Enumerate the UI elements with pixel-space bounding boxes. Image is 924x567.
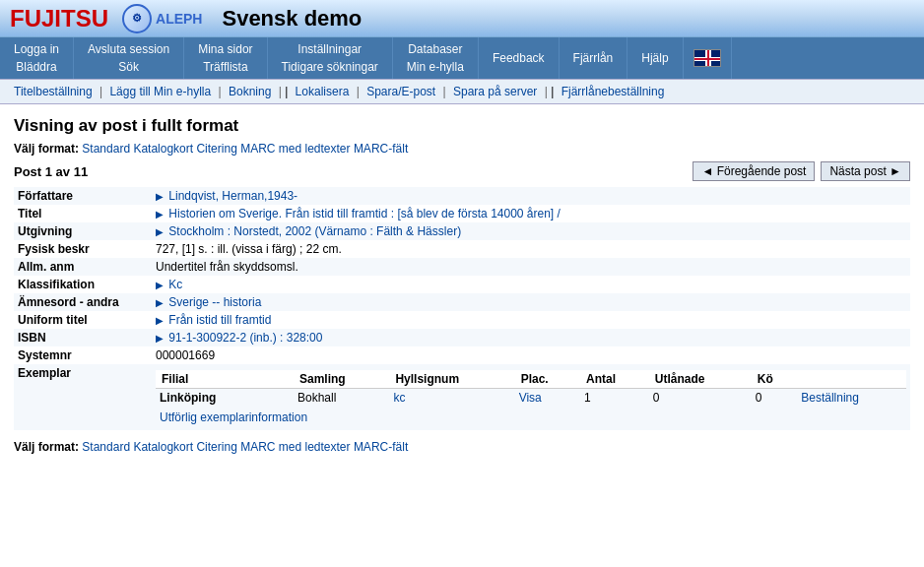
nav-section-flag <box>684 37 732 79</box>
nav-section-interloan: Fjärrlån <box>560 37 628 79</box>
col-utlanade: Utlånade <box>649 370 752 389</box>
field-value-uniform: ▶ Från istid till framtid <box>152 311 910 329</box>
format-standard-top[interactable]: Standard <box>82 142 130 156</box>
bestallning-link[interactable]: Beställning <box>801 391 859 405</box>
sep3: | <box>279 85 282 98</box>
format-cite-top[interactable]: Citering <box>196 142 236 156</box>
field-value-klassifikation: ▶ Kc <box>152 276 910 293</box>
table-row-exemplar: Exemplar Filial Samling Hyllsignum Plac.… <box>14 364 910 430</box>
field-value-titel: ▶ Historien om Sverige. Från istid till … <box>152 205 910 222</box>
format-marc-falt-top[interactable]: MARC-fält <box>354 142 408 156</box>
toolbar-localize[interactable]: Lokalisera <box>296 85 350 98</box>
field-value-systemnr: 000001669 <box>152 346 910 364</box>
table-row: Ämnesord - andra ▶ Sverige -- historia <box>14 293 910 311</box>
fujitsu-logo: FUJITSU <box>10 5 108 32</box>
toolbar-title-order[interactable]: Titelbeställning <box>14 85 93 98</box>
nav-previous-searches[interactable]: Tidigare sökningar <box>282 58 378 76</box>
hyllsignum-link[interactable]: kc <box>393 391 405 405</box>
format-label-bottom: Välj format: <box>14 440 79 454</box>
field-value-utgivning: ▶ Stockholm : Norstedt, 2002 (Värnamo : … <box>152 222 910 240</box>
exemplar-filial: Linköping <box>156 389 294 408</box>
col-bestallning <box>797 370 906 389</box>
exemplar-detail-link[interactable]: Utförlig exemplarinformation <box>160 410 307 424</box>
uniform-link[interactable]: Från istid till framtid <box>168 313 271 327</box>
toolbar-save-server[interactable]: Spara på server <box>453 85 537 98</box>
toolbar-save-email[interactable]: Spara/E-post <box>366 85 435 98</box>
exemplar-content: Filial Samling Hyllsignum Plac. Antal Ut… <box>152 364 910 430</box>
format-catalog-top[interactable]: Katalogkort <box>133 142 193 156</box>
nav-section-login: Logga in Bläddra <box>0 37 74 79</box>
table-row: Klassifikation ▶ Kc <box>14 276 910 293</box>
nav-login[interactable]: Logga in <box>14 40 59 58</box>
exemplar-bestallning: Beställning <box>797 389 906 408</box>
format-line-top: Välj format: Standard Katalogkort Citeri… <box>14 142 910 156</box>
toolbar-add-eshelf[interactable]: Lägg till Min e-hylla <box>109 85 211 98</box>
table-row: Fysisk beskr 727, [1] s. : ill. (vissa i… <box>14 240 910 258</box>
forfattare-link[interactable]: Lindqvist, Herman,1943- <box>168 189 297 203</box>
sep4: | <box>285 85 288 98</box>
exemplar-data-row: Linköping Bokhall kc Visa 1 0 0 Beställn… <box>156 389 906 408</box>
table-row: Systemnr 000001669 <box>14 346 910 364</box>
field-value-amnesord: ▶ Sverige -- historia <box>152 293 910 311</box>
logo-area: FUJITSU ⚙ ALEPH <box>10 4 222 33</box>
content: Visning av post i fullt format Välj form… <box>0 104 924 468</box>
exemplar-ko: 0 <box>752 389 797 408</box>
field-label-amnesord: Ämnesord - andra <box>14 293 152 311</box>
plac-link[interactable]: Visa <box>519 391 542 405</box>
format-cite-bottom[interactable]: Citering <box>196 440 236 454</box>
field-label-systemnr: Systemnr <box>14 346 152 364</box>
amnesord-link[interactable]: Sverige -- historia <box>168 295 261 309</box>
format-standard-bottom[interactable]: Standard <box>82 440 130 454</box>
nav-section-mina: Mina sidor Träfflista <box>184 37 267 79</box>
sep5: | <box>357 85 360 98</box>
next-post-button[interactable]: Nästa post ► <box>821 161 910 181</box>
table-row: Utgivning ▶ Stockholm : Norstedt, 2002 (… <box>14 222 910 240</box>
format-marc-falt-bottom[interactable]: MARC-fält <box>354 440 408 454</box>
toolbar-interloan-order[interactable]: Fjärrlånebeställning <box>561 85 665 98</box>
uk-flag-icon[interactable] <box>693 49 721 67</box>
isbn-link[interactable]: 91-1-300922-2 (inb.) : 328:00 <box>168 331 322 345</box>
nav-search[interactable]: Sök <box>118 58 139 76</box>
nav-interloan[interactable]: Fjärrlån <box>573 49 614 67</box>
col-plac: Plac. <box>515 370 580 389</box>
format-marc-led-bottom[interactable]: MARC med ledtexter <box>240 440 350 454</box>
prev-post-button[interactable]: ◄ Föregående post <box>693 161 815 181</box>
format-catalog-bottom[interactable]: Katalogkort <box>133 440 193 454</box>
klassifikation-link[interactable]: Kc <box>168 278 182 291</box>
nav-hitlist[interactable]: Träfflista <box>203 58 247 76</box>
nav-my-eshelf[interactable]: Min e-hylla <box>407 58 464 76</box>
nav-logout[interactable]: Avsluta session <box>88 40 169 58</box>
page-title: Visning av post i fullt format <box>14 116 910 136</box>
record-table: Författare ▶ Lindqvist, Herman,1943- Tit… <box>14 187 910 430</box>
nav-help[interactable]: Hjälp <box>641 49 668 67</box>
nav-databases[interactable]: Databaser <box>408 40 462 58</box>
titel-link[interactable]: Historien om Sverige. Från istid till fr… <box>168 207 561 220</box>
table-row: Uniform titel ▶ Från istid till framtid <box>14 311 910 329</box>
table-row: Titel ▶ Historien om Sverige. Från istid… <box>14 205 910 222</box>
field-label-isbn: ISBN <box>14 329 152 346</box>
nav-settings[interactable]: Inställningar <box>297 40 362 58</box>
nav-section-settings: Inställningar Tidigare sökningar <box>268 37 393 79</box>
exemplar-label: Exemplar <box>14 364 152 430</box>
tri-icon-klassifikation: ▶ <box>156 280 164 290</box>
exemplar-antal: 1 <box>580 389 649 408</box>
col-hyllsignum: Hyllsignum <box>389 370 514 389</box>
field-label-klassifikation: Klassifikation <box>14 276 152 293</box>
field-value-fysisk: 727, [1] s. : ill. (vissa i färg) ; 22 c… <box>152 240 910 258</box>
sep7: | <box>545 85 548 98</box>
table-row: ISBN ▶ 91-1-300922-2 (inb.) : 328:00 <box>14 329 910 346</box>
sep2: | <box>218 85 221 98</box>
table-row: Författare ▶ Lindqvist, Herman,1943- <box>14 187 910 205</box>
nav-my-pages[interactable]: Mina sidor <box>198 40 252 58</box>
toolbar-booking[interactable]: Bokning <box>229 85 271 98</box>
col-samling: Samling <box>294 370 389 389</box>
nav-feedback[interactable]: Feedback <box>493 49 545 67</box>
navbar: Logga in Bläddra Avsluta session Sök Min… <box>0 37 924 79</box>
field-value-allm: Undertitel från skyddsomsl. <box>152 258 910 276</box>
format-marc-led-top[interactable]: MARC med ledtexter <box>240 142 350 156</box>
aleph-logo-wrap: ⚙ ALEPH <box>122 4 202 33</box>
exemplar-hyllsignum: kc <box>389 389 514 408</box>
utgivning-link[interactable]: Stockholm : Norstedt, 2002 (Värnamo : Fä… <box>168 224 461 238</box>
tri-icon-utgivning: ▶ <box>156 226 164 237</box>
nav-browse[interactable]: Bläddra <box>16 58 56 76</box>
